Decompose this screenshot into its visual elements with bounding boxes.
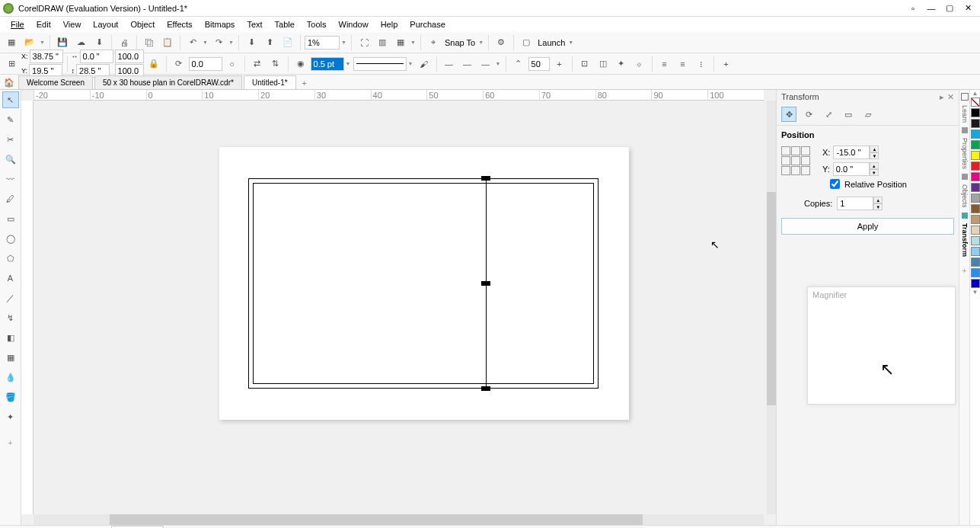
transparency-tool-icon[interactable]: ▦: [2, 349, 19, 366]
options-icon[interactable]: ⚙: [493, 34, 509, 51]
rotation-field[interactable]: [189, 57, 222, 71]
color-swatch[interactable]: [971, 172, 980, 181]
color-swatch[interactable]: [971, 226, 980, 235]
color-swatch[interactable]: [971, 194, 980, 203]
mirror-h-icon[interactable]: ⇄: [249, 56, 266, 72]
convert-icon[interactable]: ⟐: [631, 56, 648, 72]
artistic-media-icon[interactable]: 🖊: [2, 190, 19, 207]
grid-dropdown[interactable]: ▼: [410, 40, 417, 45]
effects-icon[interactable]: ✦: [613, 56, 630, 72]
mirror-v-icon[interactable]: ⇅: [267, 56, 284, 72]
canvas-area[interactable]: -20-100102030405060708090100 ↖: [21, 90, 776, 525]
color-swatch[interactable]: [971, 258, 980, 267]
eyedropper-icon[interactable]: 💧: [2, 369, 19, 386]
anchor-br[interactable]: [801, 166, 810, 175]
connector-tool-icon[interactable]: ↯: [2, 309, 19, 326]
launch-dropdown[interactable]: ▼: [568, 40, 574, 45]
vtab-objects[interactable]: Objects: [960, 181, 969, 211]
pos-x-field[interactable]: [833, 146, 870, 159]
transform-skew-icon[interactable]: ▱: [860, 107, 876, 122]
round-field[interactable]: [528, 57, 550, 71]
lock-ratio-icon[interactable]: 🔒: [145, 56, 162, 72]
close-curve-icon[interactable]: ⊡: [576, 56, 593, 72]
new-icon[interactable]: ▦: [3, 34, 20, 51]
help-window-icon[interactable]: ▫: [904, 2, 922, 15]
inner-rectangle[interactable]: [253, 183, 594, 384]
publish-icon[interactable]: 📄: [279, 34, 296, 51]
scrollbar-horizontal[interactable]: [34, 514, 764, 525]
anchor-tr[interactable]: [801, 146, 810, 155]
export-icon[interactable]: ⬆: [261, 34, 278, 51]
color-swatch[interactable]: [971, 183, 980, 192]
redo-icon[interactable]: ↷: [210, 34, 227, 51]
snap-icon[interactable]: ⌖: [425, 34, 442, 51]
save-icon[interactable]: 💾: [54, 34, 71, 51]
minimize-button[interactable]: —: [922, 2, 940, 15]
fill-tool-icon[interactable]: 🪣: [2, 389, 19, 405]
fullscreen-icon[interactable]: ⛶: [356, 34, 372, 51]
open-dropdown[interactable]: ▼: [40, 40, 46, 45]
launch-label[interactable]: Launch: [536, 38, 567, 47]
wrap-text-icon[interactable]: ◫: [595, 56, 611, 72]
color-swatch[interactable]: [971, 268, 980, 277]
anchor-grid[interactable]: [781, 146, 810, 175]
vtab-transform[interactable]: Transform: [960, 220, 969, 260]
scroll-thumb-v[interactable]: [767, 192, 776, 405]
wrap-decrease-icon[interactable]: ⌃: [510, 56, 527, 72]
ellipse-tool-icon[interactable]: ◯: [2, 230, 19, 247]
palette-up-icon[interactable]: ▲: [970, 90, 980, 97]
transform-position-icon[interactable]: ✥: [781, 107, 796, 122]
snap-to-label[interactable]: Snap To: [443, 38, 477, 47]
docker-collapse-icon[interactable]: ▸: [940, 92, 944, 102]
copies-down[interactable]: ▼: [873, 203, 883, 210]
rulers-icon[interactable]: ▥: [374, 34, 391, 51]
zoom-dropdown[interactable]: ▼: [341, 40, 347, 45]
scroll-thumb-h[interactable]: [110, 514, 643, 525]
undo-dropdown[interactable]: ▼: [203, 40, 209, 45]
origin-icon[interactable]: ⊞: [3, 56, 20, 72]
toolbox-add-icon[interactable]: +: [2, 434, 19, 451]
menu-purchase[interactable]: Purchase: [404, 18, 451, 30]
pos-y-field[interactable]: [833, 162, 870, 176]
menu-tools[interactable]: Tools: [301, 18, 333, 30]
color-swatch[interactable]: [971, 204, 980, 213]
text-tool-icon[interactable]: A: [2, 270, 19, 286]
start-arrow-icon[interactable]: —: [441, 56, 458, 72]
tab-houseplan[interactable]: 50 x 30 house plan in CorelDRAW.cdr*: [94, 75, 242, 89]
selection-handle-mid[interactable]: [481, 281, 490, 286]
shape-tool-icon[interactable]: ✎: [2, 111, 19, 128]
menu-object[interactable]: Object: [124, 18, 161, 30]
tab-untitled[interactable]: Untitled-1*: [244, 75, 296, 89]
color-swatch[interactable]: [971, 140, 980, 149]
menu-text[interactable]: Text: [241, 18, 268, 30]
vtab-properties[interactable]: Properties: [960, 135, 969, 172]
color-swatch[interactable]: [971, 130, 980, 139]
redo-dropdown[interactable]: ▼: [228, 40, 235, 45]
anchor-ml[interactable]: [781, 156, 790, 165]
add-tab-button[interactable]: +: [298, 77, 311, 89]
crop-tool-icon[interactable]: ✂: [2, 131, 19, 148]
parallel-dim-tool-icon[interactable]: ／: [2, 290, 19, 306]
smart-fill-icon[interactable]: ✦: [2, 408, 19, 425]
anchor-tl[interactable]: [781, 146, 790, 155]
menu-layout[interactable]: Layout: [87, 18, 124, 30]
anchor-bl[interactable]: [781, 166, 790, 175]
color-swatch[interactable]: [971, 151, 980, 160]
color-swatch[interactable]: [971, 162, 980, 171]
outline-width-field[interactable]: [311, 57, 344, 71]
outline-dropdown[interactable]: ▼: [346, 61, 352, 66]
menu-window[interactable]: Window: [333, 18, 375, 30]
freehand-tool-icon[interactable]: 〰: [2, 171, 19, 187]
linestyle-dropdown[interactable]: ▼: [408, 61, 414, 66]
tab-welcome[interactable]: Welcome Screen: [18, 75, 93, 89]
vtab-learn[interactable]: Learn: [960, 102, 969, 126]
cloud-down-icon[interactable]: ⬇: [91, 34, 107, 51]
x-field[interactable]: [30, 50, 63, 63]
anchor-mr[interactable]: [801, 156, 810, 165]
scrollbar-vertical[interactable]: [767, 101, 776, 514]
align-right-icon[interactable]: ⫶: [693, 56, 710, 72]
pick-tool-icon[interactable]: ↖: [2, 91, 19, 108]
end-arrow-icon[interactable]: —: [477, 56, 494, 72]
launch-box-icon[interactable]: ▢: [518, 34, 535, 51]
docker-close-icon[interactable]: ✕: [947, 92, 954, 102]
